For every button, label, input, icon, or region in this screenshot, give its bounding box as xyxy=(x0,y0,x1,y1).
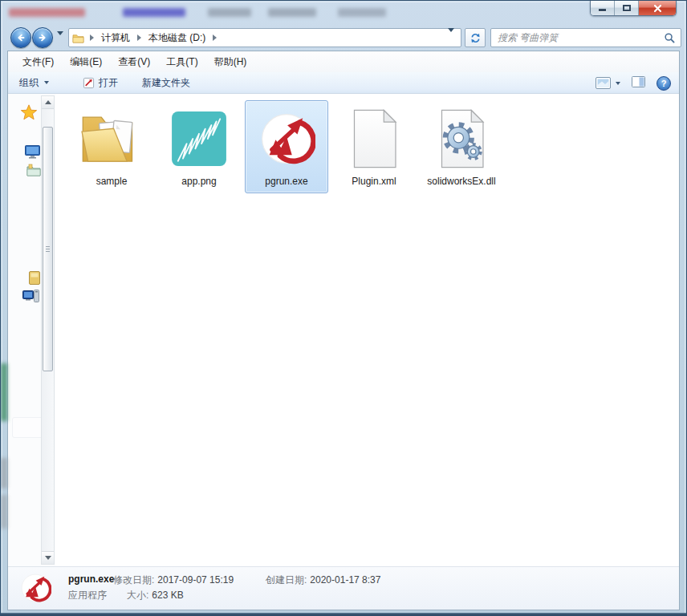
dll-gears-icon xyxy=(423,104,500,173)
libraries-icon xyxy=(26,164,41,176)
maximize-icon xyxy=(623,5,631,11)
frame-glass-blob xyxy=(1,363,7,421)
sidebar-item-computer[interactable] xyxy=(22,290,39,306)
redacted-title-text xyxy=(123,8,185,17)
breadcrumb-computer[interactable]: 计算机 xyxy=(100,30,132,46)
address-bar[interactable]: 计算机 本地磁盘 (D:) xyxy=(68,28,461,47)
maximize-button[interactable] xyxy=(615,1,639,15)
window-bottom-edge xyxy=(1,613,686,615)
history-dropdown[interactable] xyxy=(57,35,63,47)
folder-icon xyxy=(73,104,150,173)
breadcrumb-arrow-icon xyxy=(90,34,94,41)
preview-pane-icon xyxy=(632,76,645,87)
menu-help[interactable]: 帮助(H) xyxy=(206,55,255,69)
minimize-icon xyxy=(599,9,606,11)
redacted-title-text xyxy=(9,8,85,17)
search-icon[interactable] xyxy=(664,32,676,44)
search-box xyxy=(490,28,681,47)
refresh-icon xyxy=(470,32,482,44)
minimize-button[interactable] xyxy=(591,1,615,15)
refresh-button[interactable] xyxy=(465,28,486,47)
scroll-up-button[interactable] xyxy=(42,96,54,109)
details-modified: 修改日期:2017-09-07 15:19 xyxy=(113,573,234,587)
file-tile-solidworksex-dll[interactable]: solidworksEx.dll xyxy=(420,100,503,193)
forward-button[interactable] xyxy=(32,27,53,48)
open-button[interactable]: 打开 xyxy=(76,74,124,91)
details-created: 创建日期:2020-01-17 8:37 xyxy=(266,573,380,587)
file-tile-app-png[interactable]: app.png xyxy=(157,100,241,193)
sidebar-item-libraries[interactable] xyxy=(26,164,41,179)
arrow-right-icon xyxy=(37,32,48,43)
organize-button[interactable]: 组织 xyxy=(13,74,55,91)
new-folder-label: 新建文件夹 xyxy=(142,76,190,90)
modified-value: 2017-09-07 15:19 xyxy=(157,574,234,586)
file-tile-pgrun-exe[interactable]: pgrun.exe xyxy=(245,100,328,193)
question-icon: ? xyxy=(661,79,667,88)
command-toolbar: 组织 打开 新建文件夹 xyxy=(8,72,679,94)
title-bar[interactable] xyxy=(1,1,686,25)
breadcrumb-arrow-icon xyxy=(137,34,141,41)
size-label: 大小: xyxy=(127,590,148,601)
navigation-bar: 计算机 本地磁盘 (D:) xyxy=(7,25,680,51)
file-name: Plugin.xml xyxy=(352,176,396,187)
toolbar-right-group: ? xyxy=(596,72,671,94)
views-button[interactable] xyxy=(596,77,620,89)
file-name: solidworksEx.dll xyxy=(427,176,495,187)
preview-pane-button[interactable] xyxy=(632,76,645,90)
selected-file-logo-icon xyxy=(19,572,51,604)
views-icon xyxy=(596,77,611,89)
sidebar-scrollbar xyxy=(41,95,55,565)
arrow-left-icon xyxy=(15,32,26,43)
file-tile-plugin-xml[interactable]: Plugin.xml xyxy=(332,100,416,193)
sidebar-item-desktop[interactable] xyxy=(25,145,40,161)
triangle-down-icon xyxy=(45,556,51,560)
frame-glass-blob xyxy=(1,495,7,529)
sidebar-item-drive[interactable] xyxy=(29,271,40,287)
image-thumbnail-icon xyxy=(161,104,238,173)
help-button[interactable]: ? xyxy=(657,76,671,91)
file-name: app.png xyxy=(181,176,216,187)
back-button[interactable] xyxy=(10,27,31,48)
redacted-title-text xyxy=(268,8,316,17)
file-list-area: sample app.png pgrun.exe xyxy=(55,94,679,566)
organize-label: 组织 xyxy=(19,76,39,90)
frame-glass-blob xyxy=(1,458,7,488)
chevron-down-icon xyxy=(616,82,620,85)
file-name: pgrun.exe xyxy=(265,176,307,187)
document-icon xyxy=(335,104,413,173)
created-value: 2020-01-17 8:37 xyxy=(310,574,380,586)
modified-label: 修改日期: xyxy=(113,574,154,586)
size-value: 623 KB xyxy=(152,590,183,601)
details-size: 大小:623 KB xyxy=(127,589,184,602)
close-button[interactable] xyxy=(639,1,676,15)
menu-edit[interactable]: 编辑(E) xyxy=(62,55,110,69)
file-name: sample xyxy=(96,176,128,187)
menu-view[interactable]: 查看(V) xyxy=(110,55,158,69)
chevron-down-icon xyxy=(57,31,63,47)
desktop-monitor-icon xyxy=(25,145,40,159)
breadcrumb-arrow-icon xyxy=(213,34,217,41)
open-label: 打开 xyxy=(99,76,118,90)
favorites-star-icon xyxy=(20,103,38,121)
scroll-down-button[interactable] xyxy=(42,551,54,564)
address-dropdown[interactable] xyxy=(445,32,457,43)
details-file-type: 应用程序 xyxy=(68,589,107,602)
scrollbar-thumb[interactable] xyxy=(43,127,53,371)
redacted-title-text xyxy=(338,8,386,17)
file-tile-sample[interactable]: sample xyxy=(70,100,153,193)
details-pane: pgrun.exe 修改日期:2017-09-07 15:19 创建日期:202… xyxy=(8,566,679,610)
client-area: 文件(F) 编辑(E) 查看(V) 工具(T) 帮助(H) 组织 打开 新建文件… xyxy=(7,51,680,610)
sidebar-item-favorites[interactable] xyxy=(20,103,38,124)
search-input[interactable] xyxy=(496,31,664,44)
triangle-up-icon xyxy=(45,100,51,104)
open-file-icon xyxy=(83,77,95,89)
details-file-name: pgrun.exe xyxy=(68,573,114,585)
menu-bar: 文件(F) 编辑(E) 查看(V) 工具(T) 帮助(H) xyxy=(8,51,679,72)
computer-icon xyxy=(22,290,39,304)
menu-tools[interactable]: 工具(T) xyxy=(158,55,205,69)
new-folder-button[interactable]: 新建文件夹 xyxy=(136,74,197,91)
menu-file[interactable]: 文件(F) xyxy=(14,55,62,69)
breadcrumb-local-disk-d[interactable]: 本地磁盘 (D:) xyxy=(147,30,207,46)
redacted-title-text xyxy=(208,8,251,17)
folder-icon xyxy=(72,33,84,43)
